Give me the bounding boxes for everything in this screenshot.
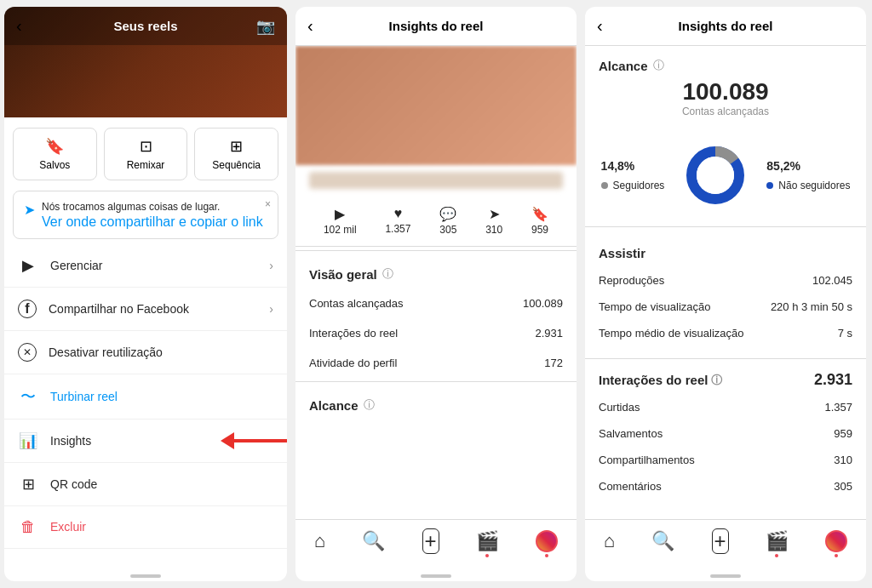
menu-item-qrcode[interactable]: ⊞ QR code (4, 463, 287, 506)
interacoes-value: 2.931 (535, 327, 563, 340)
arrow-body (234, 439, 287, 442)
quick-action-sequencia[interactable]: ⊞ Sequência (194, 128, 278, 180)
tempo-medio-value: 7 s (838, 327, 852, 340)
bookmark-icon: 🔖 (45, 137, 64, 156)
reels-icon: 🎬 (476, 530, 499, 552)
search-icon: 🔍 (362, 530, 385, 552)
home-icon: ⌂ (314, 530, 325, 552)
curtidas-value: 1.357 (824, 401, 852, 414)
nav-home-3[interactable]: ⌂ (604, 530, 615, 552)
send-icon: ➤ (24, 202, 35, 218)
panel3-scroll[interactable]: Alcance ⓘ 100.089 Contas alcançadas 14,8… (585, 46, 866, 519)
close-icon[interactable]: × (265, 198, 271, 210)
info-icon-2[interactable]: ⓘ (364, 397, 375, 413)
quick-action-remixar[interactable]: ⊡ Remixar (104, 128, 188, 180)
nav-profile[interactable] (536, 530, 558, 552)
menu-item-turbinar[interactable]: 〜 Turbinar reel (4, 374, 287, 420)
comment-icon: 💬 (439, 206, 456, 222)
arrow-annotation (221, 432, 287, 449)
panel2-scroll[interactable]: ▶ 102 mil ♥ 1.357 💬 305 ➤ 310 🔖 959 (295, 46, 577, 519)
nav-create-3[interactable]: + (712, 528, 729, 554)
nav-reels[interactable]: 🎬 (476, 530, 499, 552)
profile-avatar-3 (825, 530, 847, 552)
comments-value: 305 (439, 224, 456, 236)
info-icon-4[interactable]: ⓘ (711, 373, 722, 388)
stats-row: ▶ 102 mil ♥ 1.357 💬 305 ➤ 310 🔖 959 (295, 196, 577, 247)
quick-action-salvos[interactable]: 🔖 Salvos (13, 128, 97, 180)
p3-metric-reproducoes: Reproduções 102.045 (585, 267, 866, 294)
arrow-head (221, 432, 234, 449)
reels-icon-3: 🎬 (766, 530, 789, 552)
nav-create[interactable]: + (422, 528, 439, 554)
back-button[interactable]: ‹ (16, 16, 22, 36)
turbinar-icon: 〜 (18, 386, 38, 407)
comentarios-label: Comentários (599, 480, 662, 493)
nav-search-3[interactable]: 🔍 (651, 530, 674, 552)
info-icon-3[interactable]: ⓘ (653, 58, 664, 73)
p3-metric-tempo-viz: Tempo de visualização 220 h 3 min 50 s (585, 294, 866, 320)
profile-avatar (536, 530, 558, 552)
nav-active-dot (485, 554, 489, 557)
legend-followers-label: Seguidores (601, 180, 665, 191)
panel3-handle (585, 568, 866, 581)
nav-home[interactable]: ⌂ (314, 530, 325, 552)
likes-value: 1.357 (385, 223, 410, 235)
home-icon-3: ⌂ (604, 530, 615, 552)
remix-icon: ⊡ (140, 137, 152, 156)
interactions-title-text: Interações do reel (599, 373, 708, 387)
menu-item-gerenciar[interactable]: ▶ Gerenciar › (4, 244, 287, 288)
stat-shares: ➤ 310 (485, 206, 502, 236)
nonfollowers-dot (766, 182, 773, 189)
info-banner: ➤ Nós trocamos algumas coisas de lugar. … (13, 191, 278, 239)
contas-value: 100.089 (523, 297, 563, 310)
panel3-back-button[interactable]: ‹ (597, 16, 603, 36)
panel-insights-overview: ‹ Insights do reel ▶ 102 mil ♥ 1.357 💬 3… (295, 7, 577, 581)
info-icon[interactable]: ⓘ (382, 266, 393, 282)
menu-item-excluir[interactable]: 🗑 Excluir (4, 506, 287, 549)
legend-nonfollowers-label: Não seguidores (766, 180, 850, 191)
panel1-header: ‹ Seus reels 📷 (4, 7, 287, 45)
metric-interacoes: Interações do reel 2.931 (295, 318, 577, 348)
interactions-total: 2.931 (814, 371, 852, 389)
atividade-label: Atividade do perfil (309, 357, 397, 369)
turbinar-label: Turbinar reel (50, 390, 273, 403)
watch-title: Assistir (585, 239, 866, 267)
reel-thumbnail (295, 46, 577, 165)
stat-plays: ▶ 102 mil (324, 206, 357, 236)
panel2-title: Insights do reel (389, 19, 484, 33)
watch-section: Assistir Reproduções 102.045 Tempo de vi… (585, 231, 866, 355)
tempo-medio-label: Tempo médio de visualização (599, 327, 744, 340)
nav-reels-3[interactable]: 🎬 (766, 530, 789, 552)
info-banner-content: Nós trocamos algumas coisas de lugar. Ve… (42, 200, 263, 230)
nonfollowers-pct: 85,2% (766, 159, 800, 173)
qrcode-icon: ⊞ (18, 475, 38, 494)
reach-header: Alcance ⓘ (295, 385, 577, 420)
panel1-title: Seus reels (113, 19, 177, 33)
panel2-back-button[interactable]: ‹ (307, 16, 313, 36)
compartilhamentos-value: 310 (834, 454, 852, 466)
bottom-handle (4, 568, 287, 581)
nav-profile-3[interactable] (825, 530, 847, 552)
curtidas-label: Curtidas (599, 401, 640, 414)
nav-search[interactable]: 🔍 (362, 530, 385, 552)
salvamentos-value: 959 (834, 427, 852, 440)
qrcode-label: QR code (50, 477, 273, 491)
nav-profile-dot-3 (835, 554, 838, 557)
reproducoes-value: 102.045 (812, 274, 852, 287)
quick-actions-row: 🔖 Salvos ⊡ Remixar ⊞ Sequência (4, 117, 287, 191)
desativar-icon: ✕ (18, 343, 37, 362)
sequence-icon: ⊞ (230, 137, 243, 156)
info-banner-text: Nós trocamos algumas coisas de lugar. (42, 200, 263, 214)
panel1-bottom (4, 568, 287, 581)
tempo-viz-label: Tempo de visualização (599, 300, 711, 313)
share-icon: ➤ (489, 206, 500, 222)
p3-metric-salvamentos: Salvamentos 959 (585, 420, 866, 447)
menu-item-insights[interactable]: 📊 Insights (4, 420, 287, 463)
shares-value: 310 (485, 224, 502, 236)
camera-button[interactable]: 📷 (256, 17, 275, 36)
salvamentos-label: Salvamentos (599, 427, 663, 440)
menu-item-desativar[interactable]: ✕ Desativar reutilização (4, 331, 287, 374)
info-banner-link[interactable]: Ver onde compartilhar e copiar o link (42, 214, 263, 229)
nonfollowers-label: Não seguidores (778, 180, 850, 191)
menu-item-facebook[interactable]: f Compartilhar no Facebook › (4, 288, 287, 331)
